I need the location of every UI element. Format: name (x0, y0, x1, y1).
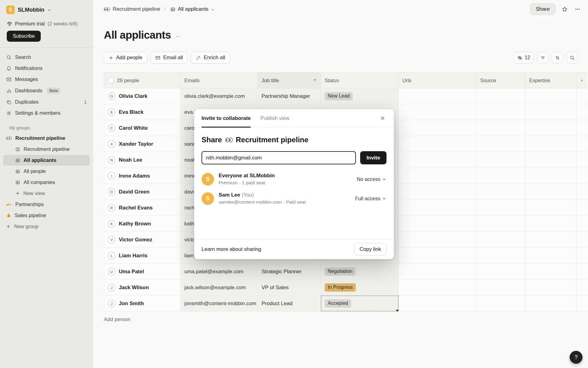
cell-status[interactable]: New Lead (321, 88, 399, 104)
add-column-button[interactable] (576, 73, 587, 88)
close-icon[interactable] (379, 114, 386, 122)
sidebar-item-dashboards[interactable]: Dashboards Beta (3, 85, 90, 96)
cell-urls[interactable] (399, 152, 477, 168)
sidebar-item-messages[interactable]: Messages (3, 74, 90, 85)
tab-invite-to-collaborate[interactable]: Invite to collaborate (202, 109, 251, 127)
learn-more-link[interactable]: Learn more about sharing (202, 246, 261, 252)
sidebar-group-partnerships[interactable]: Partnerships (3, 199, 90, 210)
cell-source[interactable] (477, 216, 526, 232)
cell-expertise[interactable] (526, 296, 576, 311)
table-row[interactable]: JJon Smith jonsmith@content-mobbin.com P… (104, 296, 587, 312)
cell-name[interactable]: OOlivia Clark (104, 88, 181, 104)
cell-expertise[interactable] (526, 280, 576, 295)
cell-expertise[interactable] (526, 200, 576, 216)
help-button[interactable]: ? (570, 351, 582, 364)
cell-name[interactable]: RRachel Evans (104, 200, 181, 216)
cell-urls[interactable] (399, 184, 477, 200)
cell-urls[interactable] (399, 296, 477, 311)
cell-expertise[interactable] (526, 248, 576, 263)
cell-expertise[interactable] (526, 184, 576, 200)
cell-name[interactable]: UUma Patel (104, 264, 181, 279)
cell-email[interactable]: olivia.clark@example.com (181, 88, 258, 104)
table-row[interactable]: UUma Patel uma.patel@example.com Strateg… (104, 264, 587, 280)
cell-urls[interactable] (399, 264, 477, 279)
search-table-button[interactable] (566, 52, 578, 63)
cell-urls[interactable] (399, 168, 477, 184)
cell-expertise[interactable] (526, 152, 576, 168)
sidebar-new-group[interactable]: New group (3, 221, 90, 232)
cell-name[interactable]: CCarol White (104, 120, 181, 136)
enrich-all-button[interactable]: Enrich all (191, 52, 230, 64)
cell-email[interactable]: jonsmith@content-mobbin.com (181, 296, 258, 311)
cell-source[interactable] (477, 280, 526, 295)
cell-expertise[interactable] (526, 88, 576, 104)
subscribe-button[interactable]: Subscribe (7, 31, 41, 42)
cell-source[interactable] (477, 264, 526, 279)
breadcrumb-view[interactable]: All applicants (170, 6, 214, 12)
cell-urls[interactable] (399, 88, 477, 104)
cell-urls[interactable] (399, 232, 477, 247)
sidebar-group-recruitment-pipeline[interactable]: Recruitment pipeline (3, 133, 90, 144)
cell-urls[interactable] (399, 200, 477, 216)
copy-link-button[interactable]: Copy link (354, 243, 386, 255)
header-people[interactable]: 29 people (104, 73, 181, 88)
filter-button[interactable] (537, 52, 548, 63)
invite-email-input[interactable] (202, 151, 356, 164)
add-people-button[interactable]: Add people (104, 52, 147, 64)
sidebar-item-settings[interactable]: Settings & members (3, 108, 90, 118)
header-job-title[interactable]: Job title (258, 73, 321, 88)
header-emails[interactable]: Emails (181, 73, 258, 88)
cell-name[interactable]: VVictor Gomez (104, 232, 181, 247)
cell-name[interactable]: JJack Wilson (104, 280, 181, 295)
hidden-fields-button[interactable]: 12 (514, 52, 534, 63)
cell-job-title[interactable]: VP of Sales (258, 280, 321, 295)
cell-source[interactable] (477, 296, 526, 311)
cell-expertise[interactable] (526, 120, 576, 136)
cell-source[interactable] (477, 120, 526, 136)
cell-email[interactable]: uma.patel@example.com (181, 264, 258, 279)
cell-urls[interactable] (399, 248, 477, 263)
cell-source[interactable] (477, 200, 526, 216)
cell-urls[interactable] (399, 104, 477, 120)
email-all-button[interactable]: Email all (150, 52, 188, 64)
cell-source[interactable] (477, 136, 526, 152)
cell-source[interactable] (477, 152, 526, 168)
cell-status[interactable]: In Progress (321, 280, 399, 295)
cell-expertise[interactable] (526, 264, 576, 279)
cell-name[interactable]: JJon Smith (104, 296, 181, 311)
tab-publish-view[interactable]: Publish view (261, 109, 290, 127)
selection-handle[interactable] (396, 310, 399, 311)
add-person-button[interactable]: Add person (104, 316, 130, 323)
sidebar-view-all-applicants[interactable]: All applicants (3, 155, 90, 166)
sidebar-item-duplicates[interactable]: Duplicates 1 (3, 97, 90, 107)
cell-name[interactable]: EEva Black (104, 104, 181, 120)
header-expertise[interactable]: Expertise (526, 73, 576, 88)
cell-status-selected[interactable]: Accepted (321, 296, 399, 311)
cell-name[interactable]: DDavid Green (104, 184, 181, 200)
cell-name[interactable]: XXander Taylor (104, 136, 181, 152)
cell-name[interactable]: KKathy Brown (104, 216, 181, 232)
cell-source[interactable] (477, 88, 526, 104)
title-menu-icon[interactable] (176, 35, 181, 38)
select-all-checkbox[interactable] (108, 78, 114, 83)
sidebar-item-search[interactable]: Search (3, 52, 90, 63)
access-dropdown-everyone[interactable]: No access (356, 176, 386, 183)
table-row[interactable]: OOlivia Clark olivia.clark@example.com P… (104, 88, 587, 104)
invite-button[interactable]: Invite (360, 151, 386, 164)
favorite-star-icon[interactable] (561, 6, 568, 13)
cell-name[interactable]: LLiam Harris (104, 248, 181, 263)
sidebar-new-view[interactable]: New view (3, 188, 90, 199)
share-button[interactable]: Share (530, 3, 556, 15)
cell-email[interactable]: jack.wilson@example.com (181, 280, 258, 295)
cell-expertise[interactable] (526, 168, 576, 184)
header-source[interactable]: Source (477, 73, 526, 88)
cell-expertise[interactable] (526, 136, 576, 152)
header-urls[interactable]: Urls (399, 73, 477, 88)
cell-job-title[interactable]: Product Lead (258, 296, 321, 311)
breadcrumb-group[interactable]: Recruitment pipeline (113, 6, 160, 12)
access-dropdown-sam-lee[interactable]: Full access (354, 195, 386, 202)
cell-status[interactable]: Negotiation (321, 264, 399, 279)
cell-expertise[interactable] (526, 216, 576, 232)
cell-source[interactable] (477, 104, 526, 120)
cell-urls[interactable] (399, 136, 477, 152)
